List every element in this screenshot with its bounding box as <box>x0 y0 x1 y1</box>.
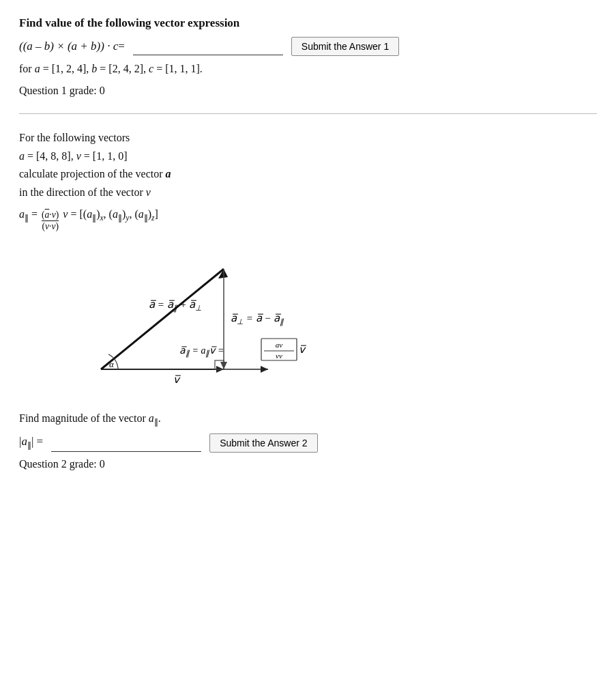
a-perp-label: a̅⊥ = a̅ − a̅‖ <box>231 313 284 326</box>
v-after-frac: v̅ <box>299 344 306 355</box>
q2-answer-label: |a‖| = <box>19 435 43 451</box>
q1-answer-row: ((a – b) × (a + b)) · c= Submit the Answ… <box>19 37 597 56</box>
vector-diagram-svg: v̅ α a̅ = a̅‖ + a̅⊥ a̅⊥ = a̅ − a̅‖ a̅‖ =… <box>60 243 319 400</box>
q2-grade: Question 2 grade: 0 <box>19 458 597 470</box>
q1-answer-input[interactable] <box>133 38 283 55</box>
q1-title-line1: Find value of the following vector expre… <box>19 16 597 30</box>
q1-grade: Question 1 grade: 0 <box>19 85 597 97</box>
alpha-label: α <box>109 359 115 369</box>
question-2-block: For the following vectors a = [4, 8, 8],… <box>19 129 597 470</box>
section-divider <box>19 113 597 114</box>
q2-intro: For the following vectors a = [4, 8, 8],… <box>19 129 597 201</box>
frac-top: av <box>276 341 283 349</box>
q2-answer-row: |a‖| = Submit the Answer 2 <box>19 433 597 453</box>
frac-bot: vv <box>276 352 282 360</box>
q1-given: for a = [1, 2, 4], b = [2, 4, 2], c = [1… <box>19 60 597 78</box>
vector-diagram: v̅ α a̅ = a̅‖ + a̅⊥ a̅⊥ = a̅ − a̅‖ a̅‖ =… <box>60 243 319 400</box>
a-vec-label: a̅ = a̅‖ + a̅⊥ <box>149 299 202 313</box>
a-par-formula: a̅‖ = a‖v̅ = <box>179 345 224 358</box>
q2-submit-button[interactable]: Submit the Answer 2 <box>209 433 317 453</box>
svg-marker-1 <box>261 366 268 373</box>
svg-marker-5 <box>218 269 228 279</box>
v-label: v̅ <box>173 374 181 385</box>
q2-answer-input[interactable] <box>51 435 201 452</box>
q2-find-label: Find magnitude of the vector a‖. <box>19 412 597 427</box>
q1-submit-button[interactable]: Submit the Answer 1 <box>291 37 399 56</box>
q1-expression-label: ((a – b) × (a + b)) · c= <box>19 40 125 53</box>
q2-formula: a‖ = (a·v) (v·v) v = [(a‖)x, (a‖)y, (a‖)… <box>19 208 597 232</box>
question-1-block: Find value of the following vector expre… <box>19 16 597 97</box>
